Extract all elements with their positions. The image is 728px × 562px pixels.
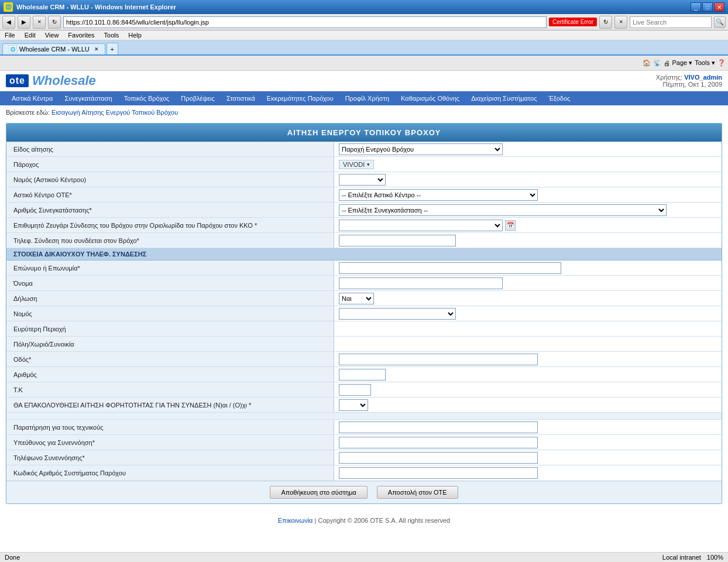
input-eponymo[interactable] xyxy=(339,262,561,274)
select-astiko-kentro[interactable]: -- Επιλέξτε Αστικό Κέντρο -- xyxy=(339,189,538,201)
nav-statistika[interactable]: Στατιστικά xyxy=(221,91,261,105)
menu-favorites[interactable]: Favorites xyxy=(68,32,94,39)
label-eidos: Είδος αίτησης xyxy=(6,142,334,156)
input-tilefono[interactable] xyxy=(339,452,538,464)
nav-katharismos[interactable]: Καθαρισμός Οθόνης xyxy=(395,91,465,105)
minimize-button[interactable]: _ xyxy=(691,2,701,12)
nav-profil[interactable]: Προφίλ Χρήστη xyxy=(339,91,395,105)
nav-topikos[interactable]: Τοπικός Βρόχος xyxy=(118,91,176,105)
label-arithmos-syneg: Αριθμός Συνεγκατάστασης* xyxy=(6,203,334,217)
form-row-kodikos: Κωδικός Αριθμός Συστήματος Παρόχου xyxy=(6,465,722,481)
help-icon[interactable]: ❓ xyxy=(717,59,726,67)
user-info: Χρήστης: VIVO_admin Πέμπτη, Οκτ 1, 2009 xyxy=(656,74,722,88)
input-onoma[interactable] xyxy=(339,277,503,289)
home-icon[interactable]: 🏠 xyxy=(643,59,651,67)
tab-close-icon[interactable]: ✕ xyxy=(94,46,99,52)
form-spacer xyxy=(6,413,722,420)
send-button[interactable]: Αποστολή στον ΟΤΕ xyxy=(377,486,458,499)
search-button[interactable]: 🔍 xyxy=(714,16,726,28)
menu-tools[interactable]: Tools xyxy=(104,32,119,39)
label-kodikos: Κωδικός Αριθμός Συστήματος Παρόχου xyxy=(6,465,334,481)
menu-file[interactable]: File xyxy=(5,32,15,39)
form-row-dilosi: Δήλωση Ναι Όχι xyxy=(6,291,722,306)
input-kodikos[interactable] xyxy=(339,467,538,479)
nav-diaxeirisi[interactable]: Διαχείριση Συστήματος xyxy=(465,91,542,105)
browser-tabbar: 🌐 Wholesale CRM - WLLU ✕ + xyxy=(0,40,728,56)
window-controls[interactable]: _ □ ✕ xyxy=(691,2,724,12)
reload-button[interactable]: ↻ xyxy=(599,16,612,29)
form-row-poli: Πόλη/Χωριό/Συνοικία xyxy=(6,337,722,352)
browser-tab-active[interactable]: 🌐 Wholesale CRM - WLLU ✕ xyxy=(2,43,105,54)
label-paratirisi: Παρατήρηση για τους τεχνικούς xyxy=(6,420,334,434)
vivodi-dropdown-icon[interactable]: ▾ xyxy=(367,162,370,167)
footer-copyright: | Copyright © 2006 OTE S.A. All rights r… xyxy=(315,517,451,524)
value-eponymo xyxy=(334,261,722,275)
calendar-icon[interactable]: 📅 xyxy=(505,220,516,231)
form-container: ΑΙΤΗΣΗ ΕΝΕΡΓΟΥ ΤΟΠΙΚΟΥ ΒΡΟΧΟΥ Είδος αίτη… xyxy=(6,123,722,504)
save-button[interactable]: Αποθήκευση στο σύστημα xyxy=(270,486,367,499)
select-nomos-astiko[interactable] xyxy=(339,174,386,186)
form-row-foritotita: ΘΑ ΕΠΑΚΟΛΟΥΘΗΣΕΙ ΑΙΤΗΣΗ ΦΟΡΗΤΟΤΗΤΑΣ ΓΙΑ … xyxy=(6,397,722,413)
nav-ekkremottes[interactable]: Εκκρεμότητες Παρόχου xyxy=(261,91,339,105)
date-display: Πέμπτη, Οκτ 1, 2009 xyxy=(656,81,722,88)
close-button[interactable]: ✕ xyxy=(714,2,724,12)
select-eidos[interactable]: Παροχή Ενεργού Βρόχου xyxy=(339,143,503,155)
maximize-button[interactable]: □ xyxy=(702,2,713,12)
footer-contact-link[interactable]: Επικοινωνία xyxy=(278,517,313,524)
nav-bar: Αστικά Κέντρα Συνεγκατάσταση Τοπικός Βρό… xyxy=(0,91,728,105)
form-row-nomos-addr: Νομός xyxy=(6,306,722,321)
input-paratirisi[interactable] xyxy=(339,422,538,433)
input-ypeythinos[interactable] xyxy=(339,437,538,448)
page-menu[interactable]: Page ▾ xyxy=(672,59,693,67)
value-poli xyxy=(334,343,722,345)
form-row-tilef-syndesi: Τηλεφ. Σύνδεση που συνδέεται στον Βρόχο* xyxy=(6,233,722,248)
label-poli: Πόλη/Χωριό/Συνοικία xyxy=(6,337,334,351)
forward-button[interactable]: ▶ xyxy=(18,16,30,29)
nav-exodos[interactable]: Έξοδος xyxy=(542,91,576,105)
refresh-button[interactable]: ↻ xyxy=(48,16,61,29)
breadcrumb-current[interactable]: Εισαγωγή Αίτησης Ενεργού Τοπικού Βρόχου xyxy=(51,109,178,116)
label-arithmos-addr: Αριθμός xyxy=(6,367,334,382)
value-zeugari: 📅 xyxy=(334,218,722,232)
search-input[interactable] xyxy=(630,16,712,28)
browser-titlebar: 🌐 Wholesale CRM - WLLU - Windows Interne… xyxy=(0,0,728,14)
value-onoma xyxy=(334,276,722,290)
value-ypeythinos xyxy=(334,436,722,450)
stop-button[interactable]: ✕ xyxy=(33,16,46,29)
nav-synegkatastasi[interactable]: Συνεγκατάσταση xyxy=(59,91,118,105)
select-zeugari[interactable] xyxy=(339,220,503,231)
select-nomos-addr[interactable] xyxy=(339,308,456,320)
label-dilosi: Δήλωση xyxy=(6,291,334,306)
feeds-icon[interactable]: 📡 xyxy=(653,59,661,67)
nav-provlepseis[interactable]: Προβλέψεις xyxy=(175,91,221,105)
input-tk[interactable] xyxy=(339,384,371,396)
value-nomos-addr xyxy=(334,307,722,321)
print-icon[interactable]: 🖨 xyxy=(664,60,670,67)
new-tab-button[interactable]: + xyxy=(107,43,118,54)
menu-view[interactable]: View xyxy=(45,32,59,39)
select-foritotita[interactable] xyxy=(339,399,368,411)
back-button[interactable]: ◀ xyxy=(2,16,15,29)
page-footer: Επικοινωνία | Copyright © 2006 OTE S.A. … xyxy=(0,510,728,531)
value-dilosi: Ναι Όχι xyxy=(334,292,722,306)
stop-nav-button[interactable]: ✕ xyxy=(614,16,627,29)
page-content: ote Wholesale Χρήστης: VIVO_admin Πέμπτη… xyxy=(0,71,728,531)
input-tilef-syndesi[interactable] xyxy=(339,235,456,246)
value-kodikos xyxy=(334,466,722,480)
value-tilef-syndesi xyxy=(334,234,722,248)
address-bar[interactable] xyxy=(63,16,547,28)
form-main-section: Είδος αίτησης Παροχή Ενεργού Βρόχου Πάρο… xyxy=(6,142,722,481)
breadcrumb: Βρίσκεστε εδώ: Εισαγωγή Αίτησης Ενεργού … xyxy=(0,105,728,119)
value-astiko-kentro: -- Επιλέξτε Αστικό Κέντρο -- xyxy=(334,188,722,202)
select-arithmos-syneg[interactable]: -- Επιλέξτε Συνεγκατάσταση -- xyxy=(339,204,667,216)
breadcrumb-prefix: Βρίσκεστε εδώ: xyxy=(6,109,50,116)
value-odos xyxy=(334,352,722,366)
nav-astika[interactable]: Αστικά Κέντρα xyxy=(6,91,59,105)
tools-menu[interactable]: Tools ▾ xyxy=(695,59,715,67)
menu-edit[interactable]: Edit xyxy=(25,32,36,39)
ote-logo-text: ote xyxy=(9,76,25,85)
input-odos[interactable] xyxy=(339,354,538,365)
menu-help[interactable]: Help xyxy=(128,32,142,39)
select-dilosi[interactable]: Ναι Όχι xyxy=(339,293,374,304)
input-arithmos-addr[interactable] xyxy=(339,369,386,381)
